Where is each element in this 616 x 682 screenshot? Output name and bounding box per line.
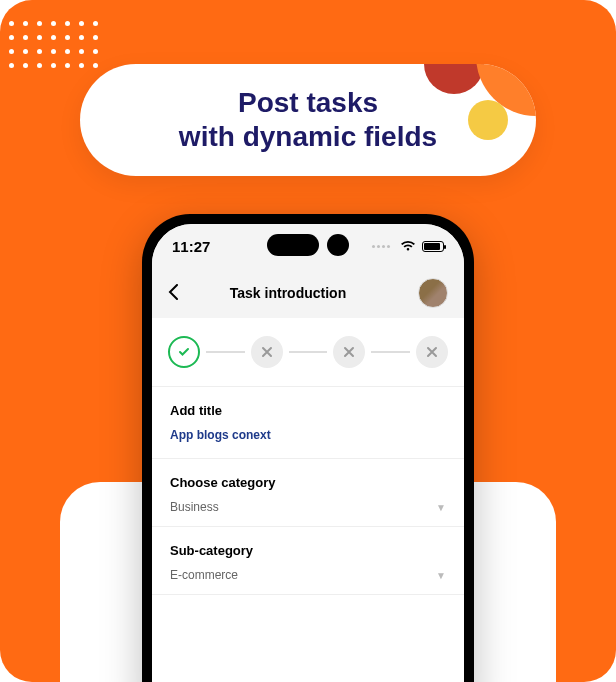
page-title: Task introduction xyxy=(170,285,406,301)
check-icon xyxy=(177,345,191,359)
form-content: Add title App blogs conext Choose catego… xyxy=(152,318,464,682)
promo-heading: Post tasks with dynamic fields xyxy=(179,86,437,153)
status-time: 11:27 xyxy=(172,238,210,255)
chevron-down-icon: ▼ xyxy=(436,570,446,581)
step-connector xyxy=(289,351,328,353)
wifi-icon xyxy=(400,240,416,252)
avatar[interactable] xyxy=(418,278,448,308)
category-label: Choose category xyxy=(170,475,446,490)
category-field-section: Choose category Business ▼ xyxy=(152,459,464,527)
step-3-pending[interactable] xyxy=(333,336,365,368)
title-input[interactable]: App blogs conext xyxy=(170,428,446,450)
subcategory-label: Sub-category xyxy=(170,543,446,558)
promo-line-2: with dynamic fields xyxy=(179,121,437,152)
step-2-pending[interactable] xyxy=(251,336,283,368)
subcategory-select[interactable]: E-commerce ▼ xyxy=(170,568,446,586)
step-connector xyxy=(371,351,410,353)
close-icon xyxy=(261,346,273,358)
promo-line-1: Post tasks xyxy=(238,87,378,118)
chevron-down-icon: ▼ xyxy=(436,502,446,513)
title-field-section: Add title App blogs conext xyxy=(152,387,464,459)
subcategory-value: E-commerce xyxy=(170,568,238,582)
cellular-icon xyxy=(372,245,390,248)
step-connector xyxy=(206,351,245,353)
step-4-pending[interactable] xyxy=(416,336,448,368)
promo-banner: Post tasks with dynamic fields xyxy=(80,64,536,176)
decorative-dots xyxy=(4,16,102,72)
battery-icon xyxy=(422,241,444,252)
close-icon xyxy=(426,346,438,358)
app-header: Task introduction xyxy=(152,268,464,318)
status-bar: 11:27 xyxy=(152,224,464,268)
phone-mockup: 11:27 Task introduction xyxy=(142,214,474,682)
progress-stepper xyxy=(152,318,464,387)
category-value: Business xyxy=(170,500,219,514)
category-select[interactable]: Business ▼ xyxy=(170,500,446,518)
close-icon xyxy=(343,346,355,358)
step-1-done[interactable] xyxy=(168,336,200,368)
subcategory-field-section: Sub-category E-commerce ▼ xyxy=(152,527,464,595)
title-label: Add title xyxy=(170,403,446,418)
dynamic-island xyxy=(267,234,349,256)
